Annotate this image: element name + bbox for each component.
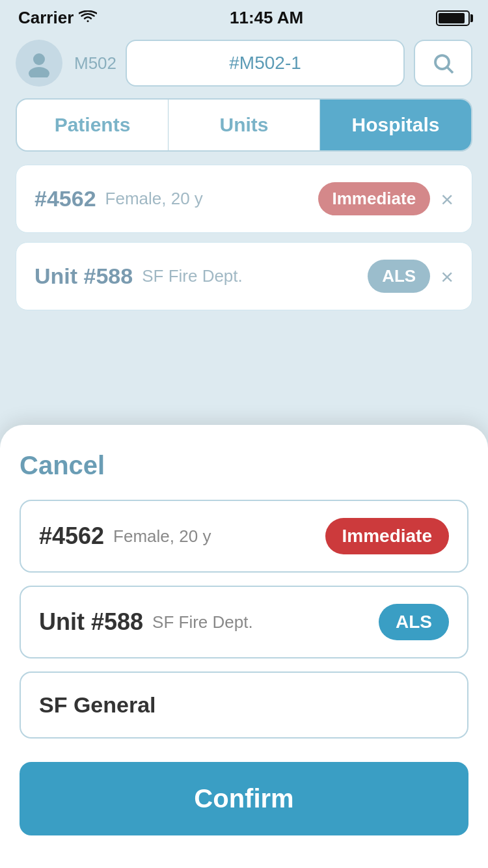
cancel-button[interactable]: Cancel <box>20 451 468 480</box>
wifi-icon <box>79 8 97 28</box>
confirmation-modal: Cancel #4562 Female, 20 y Immediate Unit… <box>0 425 488 868</box>
bg-patient-card[interactable]: #4562 Female, 20 y Immediate × <box>16 165 472 233</box>
search-button[interactable] <box>414 40 472 87</box>
modal-patient-card[interactable]: #4562 Female, 20 y Immediate <box>20 500 468 573</box>
tab-patients[interactable]: Patients <box>17 100 169 150</box>
bg-patient-close-button[interactable]: × <box>441 188 454 210</box>
bg-immediate-badge: Immediate <box>318 182 431 215</box>
bg-unit-close-button[interactable]: × <box>441 265 454 288</box>
svg-point-0 <box>33 53 45 65</box>
modal-unit-id: Unit #588 <box>39 608 143 636</box>
bg-patient-sub: Female, 20 y <box>105 189 318 209</box>
modal-immediate-badge: Immediate <box>325 518 450 554</box>
avatar <box>16 40 62 87</box>
confirm-button[interactable]: Confirm <box>20 762 468 835</box>
svg-point-1 <box>29 67 49 77</box>
bg-patient-id: #4562 <box>34 186 96 211</box>
modal-hospital-name: SF General <box>39 692 156 717</box>
battery-icon <box>436 10 470 26</box>
modal-patient-sub: Female, 20 y <box>113 526 325 547</box>
modal-hospital-card[interactable]: SF General <box>20 671 468 739</box>
bg-unit-id: Unit #588 <box>34 264 133 289</box>
modal-patient-id: #4562 <box>39 522 104 550</box>
carrier-label: Carrier <box>18 8 74 28</box>
search-icon <box>431 51 455 75</box>
tab-hospitals[interactable]: Hospitals <box>320 100 471 150</box>
bg-als-badge: ALS <box>368 260 430 293</box>
user-id-label: M502 <box>74 53 116 74</box>
bg-unit-card[interactable]: Unit #588 SF Fire Dept. ALS × <box>16 242 472 310</box>
time-label: 11:45 AM <box>230 8 303 28</box>
background-list: #4562 Female, 20 y Immediate × Unit #588… <box>0 165 488 310</box>
id-tag-box[interactable]: #M502-1 <box>126 40 405 87</box>
tab-units[interactable]: Units <box>169 100 320 150</box>
modal-unit-sub: SF Fire Dept. <box>152 612 379 632</box>
svg-line-3 <box>448 68 453 73</box>
svg-point-2 <box>435 55 449 69</box>
bg-unit-sub: SF Fire Dept. <box>142 266 368 286</box>
modal-unit-card[interactable]: Unit #588 SF Fire Dept. ALS <box>20 586 468 658</box>
status-bar: Carrier 11:45 AM <box>0 0 488 33</box>
modal-als-badge: ALS <box>379 604 449 640</box>
top-bar: M502 #M502-1 <box>0 33 488 98</box>
tab-bar: Patients Units Hospitals <box>16 98 472 152</box>
